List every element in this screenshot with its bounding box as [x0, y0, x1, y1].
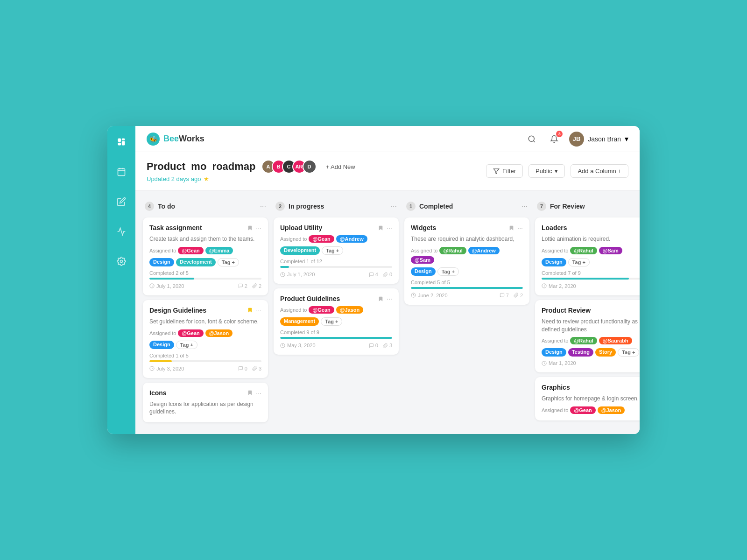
tag-add[interactable]: Tag +	[322, 246, 343, 255]
add-new-button[interactable]: + Add New	[322, 161, 359, 172]
bookmark-icon	[508, 225, 514, 231]
attachment-stat: 3	[252, 366, 261, 371]
card-header: Product Review	[542, 307, 640, 314]
progress-text: Completed 2 of 5	[149, 270, 261, 276]
column-header-todo: 4 To do ···	[143, 200, 268, 213]
clock-icon	[411, 293, 416, 298]
tag-add[interactable]: Tag +	[176, 341, 197, 349]
progress-text: Completed 5 of 5	[411, 280, 523, 285]
tag: Design	[411, 267, 436, 276]
tag-badges: Design Testing Story Tag +	[542, 348, 640, 357]
board: 4 To do ··· Task assignment ··· Create t…	[135, 190, 640, 434]
svg-line-12	[534, 140, 535, 142]
attachment-icon	[514, 293, 519, 298]
card-stats: 4 0	[369, 272, 392, 277]
attachment-stat: 2	[514, 293, 523, 298]
user-menu[interactable]: JB Jason Bran ▾	[569, 132, 628, 147]
card-stats: 2 2	[238, 283, 261, 289]
dropdown-icon: ▾	[625, 134, 628, 143]
card-date: July 1, 2020	[280, 272, 315, 277]
card-icons: ···	[508, 224, 523, 231]
card-date: July 3, 2020	[149, 366, 184, 371]
column-menu[interactable]: ···	[391, 202, 397, 210]
column-header-completed: 1 Completed ···	[404, 200, 529, 213]
tag-badges: Development Tag +	[280, 246, 392, 255]
assignee-label: Assigned to	[542, 338, 568, 343]
card-stats: 0 3	[238, 366, 261, 371]
card-desc: Set guidelines for icon, font & color sc…	[149, 318, 261, 326]
progress-text: Completed 1 of 12	[280, 259, 392, 264]
sidebar-item-edit[interactable]	[113, 193, 130, 210]
card-title: Upload Utility	[280, 224, 322, 231]
card-graphics: Graphics Graphics for homepage & login s…	[535, 377, 640, 420]
card-date: July 1, 2020	[149, 283, 184, 289]
card-footer: Mar 1, 2020 7	[542, 360, 640, 366]
card-menu-icon[interactable]: ···	[256, 224, 261, 231]
card-title: Product Guidelines	[280, 295, 340, 302]
sidebar-item-board[interactable]	[113, 133, 130, 150]
progress-fill	[149, 360, 172, 362]
column-inprogress: 2 In progress ··· Upload Utility ··· Ass	[274, 200, 399, 425]
card-menu-icon[interactable]: ···	[387, 295, 392, 302]
sidebar-item-settings[interactable]	[113, 253, 130, 270]
assignee-label: Assigned to	[411, 248, 437, 253]
card-header: Icons ···	[149, 389, 261, 397]
attachment-stat: 0	[383, 272, 392, 277]
card-menu-icon[interactable]: ···	[256, 307, 261, 314]
svg-text:🐝: 🐝	[149, 135, 158, 143]
progress-section: Completed 2 of 5	[149, 270, 261, 280]
card-icons: ···	[378, 224, 392, 231]
add-column-button[interactable]: Add a Column +	[571, 164, 628, 178]
assignee-tag: @Gean	[178, 247, 203, 254]
svg-rect-3	[122, 141, 125, 145]
card-header: Graphics	[542, 384, 640, 391]
card-header: Task assignment ···	[149, 224, 261, 231]
avatar-group: A B C AR D	[261, 160, 317, 174]
page-title: Product_mo_roadmap	[147, 161, 256, 173]
card-assignees: Assigned to @Rahul @Sam	[542, 247, 640, 254]
card-menu-icon[interactable]: ···	[387, 224, 392, 231]
svg-rect-0	[118, 139, 121, 142]
tag-add[interactable]: Tag +	[321, 317, 342, 326]
assignee-tag: @Rahul	[570, 337, 597, 344]
page-subtitle: Updated 2 days ago ★	[147, 175, 359, 182]
card-product-review: Product Review Need to review product fu…	[535, 300, 640, 373]
card-loaders: Loaders Lottie animation is required. As…	[535, 217, 640, 295]
clock-icon	[280, 272, 285, 277]
progress-fill	[149, 278, 194, 280]
sidebar-item-chart[interactable]	[113, 223, 130, 240]
card-menu-icon[interactable]: ···	[256, 389, 261, 397]
tag-add[interactable]: Tag +	[437, 267, 459, 276]
tag-add[interactable]: Tag +	[218, 258, 239, 266]
card-assignees: Assigned to @Gean @Jason	[542, 406, 640, 414]
attachment-stat: 3	[383, 343, 392, 348]
sidebar-item-calendar[interactable]	[113, 163, 130, 180]
bookmark-icon	[378, 225, 384, 231]
tag-badges: Design Tag +	[411, 267, 523, 276]
progress-section: Completed 1 of 12	[280, 259, 392, 268]
search-button[interactable]	[524, 132, 539, 147]
notification-button[interactable]: 3	[547, 132, 562, 147]
assignee-tag: @Jason	[598, 406, 625, 414]
comment-icon	[238, 366, 243, 371]
column-menu[interactable]: ···	[521, 202, 528, 210]
column-menu[interactable]: ···	[260, 202, 266, 210]
filter-button[interactable]: Filter	[486, 164, 523, 178]
assignee-label: Assigned to	[542, 407, 568, 413]
tag-add[interactable]: Tag +	[568, 258, 590, 266]
brand-logo: 🐝	[147, 133, 160, 146]
clock-icon	[542, 283, 547, 288]
tag-add[interactable]: Tag +	[618, 348, 639, 357]
card-menu-icon[interactable]: ···	[517, 224, 523, 231]
public-button[interactable]: Public ▾	[529, 164, 565, 178]
clock-icon	[149, 366, 155, 371]
assignee-tag: @Rahul	[570, 247, 597, 254]
progress-bar	[411, 287, 523, 289]
card-widgets: Widgets ··· These are required in analyt…	[404, 217, 529, 305]
card-footer: July 3, 2020 0 3	[149, 366, 261, 371]
topnav-right: 3 JB Jason Bran ▾	[524, 132, 628, 147]
assignee-label: Assigned to	[149, 330, 176, 336]
assignee-tag: @Rahul	[439, 247, 466, 254]
progress-text: Completed 1 of 5	[149, 353, 261, 358]
clock-icon	[149, 283, 155, 288]
